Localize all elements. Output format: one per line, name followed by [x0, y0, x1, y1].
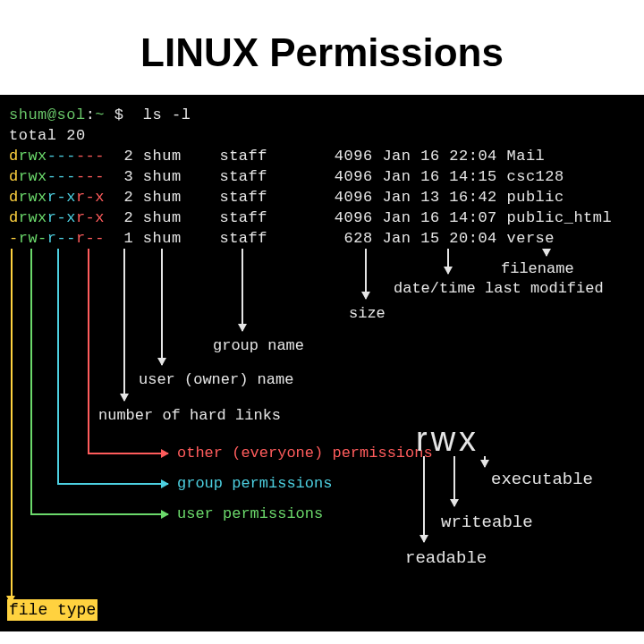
- line-other-v: [88, 249, 89, 453]
- prompt-symbol: $: [114, 106, 124, 123]
- label-owner: user (owner) name: [139, 370, 293, 391]
- label-hardlinks: number of hard links: [98, 406, 281, 427]
- list-item: drwx------ 3 shum staff 4096 Jan 16 14:1…: [9, 167, 635, 188]
- file-listing: drwx------ 2 shum staff 4096 Jan 16 22:0…: [9, 147, 635, 250]
- line-user-h: [30, 513, 168, 515]
- arrow-filename: [546, 249, 547, 256]
- label-date: date/time last modified: [394, 279, 604, 300]
- command-text: ls -l: [143, 106, 191, 123]
- list-item: drwxr-xr-x 2 shum staff 4096 Jan 16 14:0…: [9, 208, 635, 229]
- line-group-h: [57, 483, 168, 485]
- label-other-perm: other (everyone) permissions: [177, 444, 433, 464]
- total-line: total 20: [9, 126, 635, 147]
- list-item: drwx------ 2 shum staff 4096 Jan 16 22:0…: [9, 147, 635, 167]
- label-executable: executable: [491, 469, 593, 492]
- line-user-v: [30, 249, 32, 513]
- terminal-window: shum@sol:~ $ ls -l total 20 drwx------ 2…: [0, 95, 644, 631]
- title-banner: LINUX Permissions: [31, 18, 613, 88]
- arrow-size: [365, 249, 367, 299]
- list-item: -rw-r--r-- 1 shum staff 628 Jan 15 20:04…: [9, 229, 635, 250]
- prompt-path: ~: [95, 106, 105, 123]
- label-file-type: file type: [7, 599, 97, 621]
- label-readable: readable: [405, 547, 487, 571]
- rwx-title: rwx: [398, 417, 604, 462]
- line-other-h: [88, 453, 168, 454]
- label-filename: filename: [501, 259, 574, 280]
- prompt-user: shum@sol: [9, 106, 86, 123]
- line-group-v: [57, 249, 59, 483]
- label-group-perm: group permissions: [177, 474, 332, 495]
- arrow-date: [447, 249, 449, 274]
- label-group: group name: [213, 336, 304, 357]
- list-item: drwxr-xr-x 2 shum staff 4096 Jan 13 16:4…: [9, 188, 635, 208]
- rwx-legend: rwx readable writeable executable: [398, 417, 604, 462]
- label-user-perm: user permissions: [177, 504, 323, 525]
- label-writeable: writeable: [441, 512, 533, 535]
- label-size: size: [349, 304, 386, 325]
- arrow-owner: [161, 249, 163, 365]
- arrow-executable: [484, 456, 486, 467]
- arrow-writeable: [453, 456, 455, 506]
- command-prompt: shum@sol:~ $ ls -l: [9, 106, 635, 126]
- line-filetype: [11, 249, 13, 597]
- arrow-hardlinks: [123, 249, 125, 401]
- arrow-readable: [423, 456, 425, 542]
- page-title: LINUX Permissions: [49, 30, 595, 75]
- arrow-group: [242, 249, 243, 331]
